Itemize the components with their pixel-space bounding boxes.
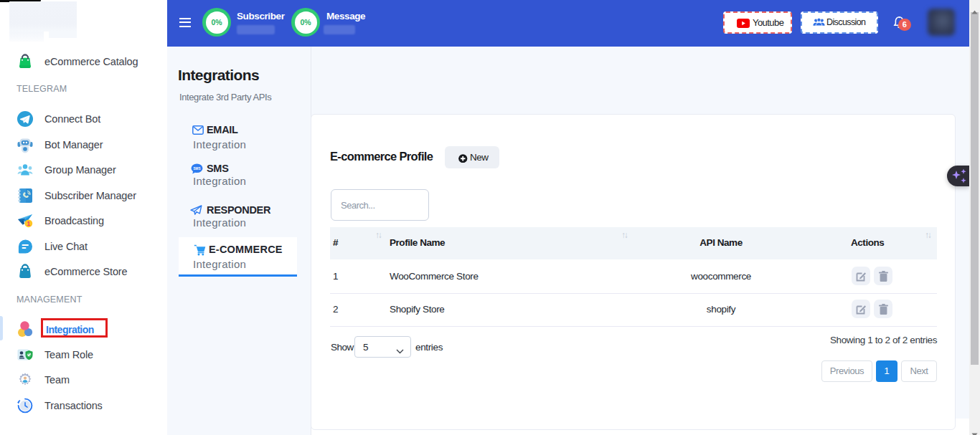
svg-text:1: 1 xyxy=(27,220,30,227)
svg-text:SMS: SMS xyxy=(194,167,201,171)
